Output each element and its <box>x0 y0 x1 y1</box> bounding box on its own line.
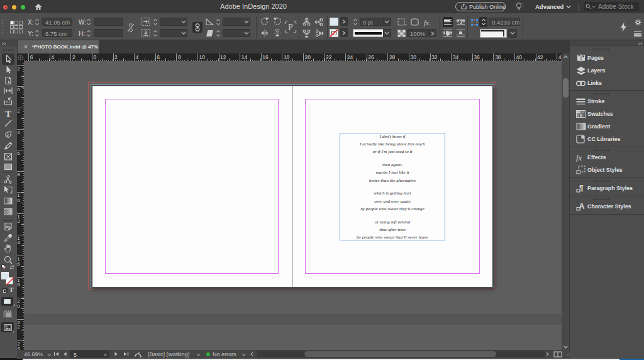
svg-text:P: P <box>288 23 293 32</box>
svg-text:fx: fx <box>576 154 582 162</box>
